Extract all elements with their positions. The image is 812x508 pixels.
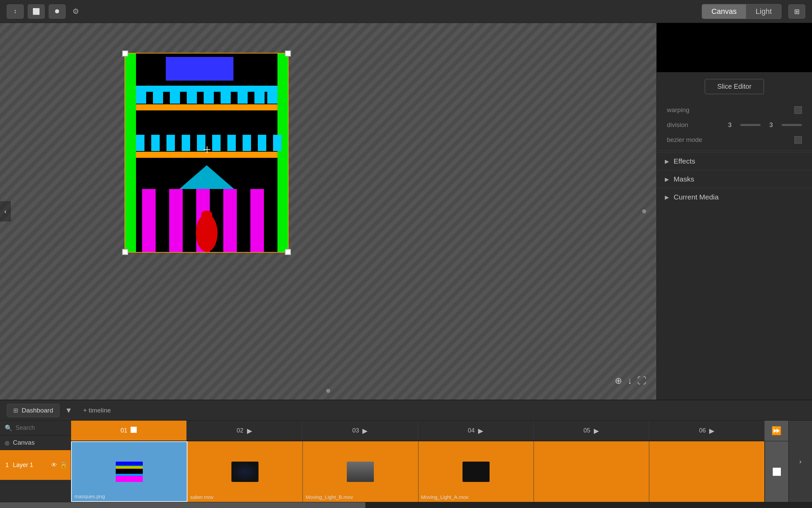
track-01-stop-button[interactable] [131,427,137,435]
clip-thumbnail-masques [116,462,143,482]
clip-cell-empty-6 [649,441,765,502]
svg-rect-10 [204,91,214,104]
masks-section[interactable]: ▶ Masks [657,170,812,188]
track-cell-01[interactable]: 01 [71,421,187,441]
svg-rect-3 [166,57,233,81]
svg-rect-24 [258,135,266,151]
top-toolbar: ↕ ⬜ ⏺ ⚙ Canvas Light ⊞ [0,0,812,23]
warping-checkbox[interactable] [794,106,802,114]
track-03-play-button[interactable]: ▶ [362,427,367,435]
clip-thumbnail-moving-light-a [463,462,490,482]
clip-label-masques: masques.png [74,493,105,499]
track-06-number: 06 [699,427,706,434]
transform-tool-button[interactable]: ↕ [7,4,24,19]
svg-rect-5 [136,104,277,110]
division-setting-row: division 3 3 [667,121,802,129]
clip-cell-moving-light-b[interactable]: Moving_Light_B.mov [303,441,418,502]
current-media-section[interactable]: ▶ Current Media [657,188,812,206]
light-toggle-button[interactable]: Light [746,4,781,19]
timeline-container: 🔍 ≡ ◎ Canvas 1 Layer 1 👁 🔒 [0,421,812,502]
clip-cell-masques[interactable]: masques.png [71,441,187,502]
right-panel: Slice Editor warping division 3 3 bezier… [656,23,812,400]
svg-rect-15 [136,152,277,158]
scrollbar-thumb[interactable] [0,502,365,508]
svg-rect-1 [125,54,136,252]
nav-arrow-left[interactable]: ‹ [0,201,11,221]
record-tool-button[interactable]: ⏺ [49,4,66,19]
svg-rect-12 [238,91,248,104]
layer-lock-button[interactable]: 🔒 [60,461,67,469]
masks-section-label: Masks [674,175,694,183]
svg-rect-13 [254,91,265,104]
track-stop-right[interactable] [765,441,788,502]
track-cell-02[interactable]: 02 ▶ [187,421,302,441]
slice-editor-button[interactable]: Slice Editor [705,79,764,94]
clip-label-saber: saber.mov [190,494,213,500]
track-02-play-button[interactable]: ▶ [247,427,252,435]
grid-view-button[interactable]: ⊞ [788,4,805,19]
clip-row: masques.png saber.mov Moving_Light_B.mov… [71,441,788,502]
division-h-slider[interactable] [740,124,761,126]
svg-rect-2 [277,54,288,252]
add-timeline-button[interactable]: + timeline [83,407,111,414]
right-nav-panel: › [788,421,812,502]
canvas-bottom-controls: ⊕ ↓ ⛶ [615,376,646,386]
svg-rect-20 [197,135,205,151]
track-cell-06[interactable]: 06 ▶ [649,421,765,441]
dashboard-button[interactable]: ⊞ Dashboard [7,404,60,417]
division-v-slider[interactable] [782,124,802,126]
bottom-toolbar: ⊞ Dashboard ▼ + timeline [0,400,812,421]
division-label: division [667,121,688,129]
clip-cell-moving-light-a[interactable]: Moving_Light_A.mov [419,441,534,502]
bezier-mode-label: bezier mode [667,136,702,144]
canvas-area[interactable]: ‹ [0,23,656,400]
track-cell-03[interactable]: 03 ▶ [302,421,418,441]
canvas-group-header[interactable]: ◎ Canvas [0,436,71,450]
crop-tool-button[interactable]: ⬜ [28,4,45,19]
stop-icon-right [773,468,781,476]
track-cell-04[interactable]: 04 ▶ [418,421,534,441]
effects-section-label: Effects [674,157,695,165]
right-nav-arrow-button[interactable]: › [789,421,812,502]
center-canvas-button[interactable]: ⊕ [615,376,622,386]
warping-setting-row: warping [667,106,802,114]
clip-cell-saber[interactable]: saber.mov [187,441,303,502]
svg-rect-8 [170,91,180,104]
svg-point-34 [201,211,212,217]
bottom-area: ⊞ Dashboard ▼ + timeline 🔍 ≡ ◎ Canvas 1 … [0,400,812,508]
effects-section[interactable]: ▶ Effects [657,152,812,170]
canvas-artwork [125,54,288,252]
fast-forward-button[interactable]: ⏩ [765,421,788,441]
layer-number: 1 [5,462,9,469]
timeline-tracks: 01 02 ▶ 03 ▶ 04 ▶ [71,421,788,502]
fullscreen-button[interactable]: ⛶ [637,376,646,386]
warping-label: warping [667,106,690,114]
canvas-toggle-button[interactable]: Canvas [702,4,746,19]
dashboard-icon: ⊞ [13,407,18,414]
track-05-play-button[interactable]: ▶ [594,427,599,435]
stop-icon-01 [131,427,137,433]
filter-button[interactable]: ▼ [65,406,72,415]
track-cell-05[interactable]: 05 ▶ [534,421,649,441]
svg-rect-23 [243,135,251,151]
svg-rect-17 [151,135,160,151]
svg-rect-18 [166,135,175,151]
current-media-arrow-icon: ▶ [665,194,669,200]
layer-name: Layer 1 [13,462,48,469]
layer-visibility-button[interactable]: 👁 [51,462,57,469]
bezier-mode-setting-row: bezier mode [667,136,802,144]
scrollbar-track[interactable] [0,502,812,508]
current-media-section-label: Current Media [674,193,719,201]
fit-canvas-button[interactable]: ↓ [628,376,632,386]
track-06-play-button[interactable]: ▶ [709,427,714,435]
clip-label-moving-light-a: Moving_Light_A.mov [421,494,469,500]
bezier-mode-checkbox[interactable] [794,136,802,144]
settings-button[interactable]: ⚙ [70,4,82,19]
svg-rect-21 [212,135,221,151]
clip-cell-empty-5 [534,441,649,502]
svg-rect-16 [136,135,144,151]
track-04-play-button[interactable]: ▶ [478,427,483,435]
canvas-group-icon: ◎ [5,440,9,446]
track-05-number: 05 [584,427,590,434]
svg-rect-31 [250,189,264,252]
